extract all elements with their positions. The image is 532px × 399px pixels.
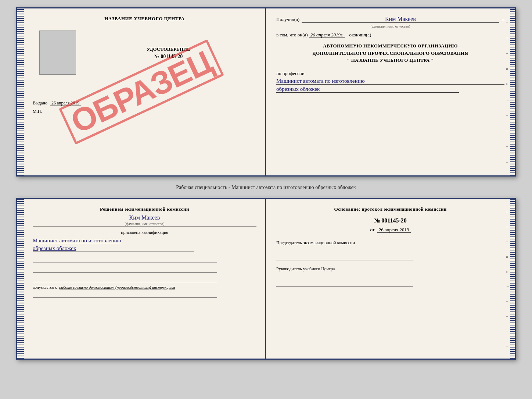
org-line1: АВТОНОМНУЮ НЕКОММЕРЧЕСКУЮ ОРГАНИЗАЦИЮ xyxy=(276,42,504,50)
right-side-dashes: – – – и а ← – – – – xyxy=(506,199,510,359)
protocol-date-value: 26 апреля 2019 xyxy=(377,227,411,233)
bottom-document-spread: Решением экзаменационной комиссии Ким Ма… xyxy=(16,198,516,360)
photo-placeholder xyxy=(39,31,76,75)
blank-line-4 xyxy=(33,291,217,298)
profession-name-line1: Машинист автомата по изготовлению xyxy=(276,78,504,85)
recipient-label: Получил(а) xyxy=(276,17,299,22)
director-block: Руководитель учебного Центра xyxy=(276,266,504,286)
issued-label: Выдано xyxy=(33,100,47,106)
blank-line-1 xyxy=(33,256,217,263)
director-label: Руководитель учебного Центра xyxy=(276,266,504,272)
qualification-line2: обрезных обложек xyxy=(33,245,194,252)
date-line: в том, что он(а) 26 апреля 2019г. окончи… xyxy=(276,32,504,38)
blank-line-2 xyxy=(33,266,217,272)
cert-title: УДОСТОВЕРЕНИЕ xyxy=(147,46,190,52)
allowed-work-text: допускается к работе согласно должностны… xyxy=(33,285,256,289)
issued-line: Выдано 26 апреля 2019 xyxy=(33,100,256,106)
bottom-right-page: Основание: протокол экзаменационной коми… xyxy=(266,199,515,359)
allowed-prefix: допускается к xyxy=(33,285,57,289)
date-suffix: окончил(а) xyxy=(349,32,371,38)
school-title: НАЗВАНИЕ УЧЕБНОГО ЦЕНТРА xyxy=(33,16,256,22)
profession-name-line2: обрезных обложек xyxy=(276,86,459,93)
commission-fio-subtext: (фамилия, имя, отчество) xyxy=(33,222,256,227)
recipient-name: Ким Макеев xyxy=(302,16,499,23)
fio-subtext-top: (фамилия, имя, отчество) xyxy=(276,24,504,28)
mp-label: М.П. xyxy=(33,109,256,114)
basis-title: Основание: протокол экзаменационной коми… xyxy=(276,206,504,212)
qualification-line1: Машинист автомата по изготовлению xyxy=(33,238,256,244)
commission-person-name: Ким Макеев xyxy=(33,214,256,221)
top-document-spread: НАЗВАНИЕ УЧЕБНОГО ЦЕНТРА УДОСТОВЕРЕНИЕ №… xyxy=(16,7,516,177)
protocol-date: от 26 апреля 2019 xyxy=(276,227,504,233)
chairman-block: Председатель экзаменационной комиссии xyxy=(276,240,504,260)
profession-label: по профессии xyxy=(276,71,504,76)
date-value: 26 апреля 2019г. xyxy=(309,32,345,38)
top-right-page: Получил(а) Ким Макеев – (фамилия, имя, о… xyxy=(266,8,515,175)
chairman-label: Председатель экзаменационной комиссии xyxy=(276,240,504,246)
allowed-work-italic: работе согласно должностным (производств… xyxy=(59,285,175,289)
org-line2: ДОПОЛНИТЕЛЬНОГО ПРОФЕССИОНАЛЬНОГО ОБРАЗО… xyxy=(276,50,504,57)
commission-title: Решением экзаменационной комиссии xyxy=(33,206,256,212)
director-sig-line xyxy=(276,280,413,286)
cert-number: № 001145-20 xyxy=(154,54,183,60)
date-prefix: в том, что он(а) xyxy=(276,32,308,38)
bottom-left-page: Решением экзаменационной комиссии Ким Ма… xyxy=(17,199,266,359)
protocol-number: № 001145-20 xyxy=(276,217,504,224)
blank-line-3 xyxy=(33,275,217,282)
recipient-line: Получил(а) Ким Макеев – xyxy=(276,16,504,23)
protocol-date-prefix: от xyxy=(370,227,374,232)
top-left-page: НАЗВАНИЕ УЧЕБНОГО ЦЕНТРА УДОСТОВЕРЕНИЕ №… xyxy=(17,8,266,175)
org-block: АВТОНОМНУЮ НЕКОММЕРЧЕСКУЮ ОРГАНИЗАЦИЮ ДО… xyxy=(276,42,504,64)
caption-text: Рабочая специальность - Машинист автомат… xyxy=(176,185,356,190)
org-line3: " НАЗВАНИЕ УЧЕБНОГО ЦЕНТРА " xyxy=(276,57,504,64)
issued-date: 26 апреля 2019 xyxy=(50,100,81,106)
chairman-sig-line xyxy=(276,254,413,260)
qualification-label: присвоена квалификация xyxy=(33,230,256,235)
side-dashes: – – – и а ← – – – – xyxy=(506,8,510,175)
